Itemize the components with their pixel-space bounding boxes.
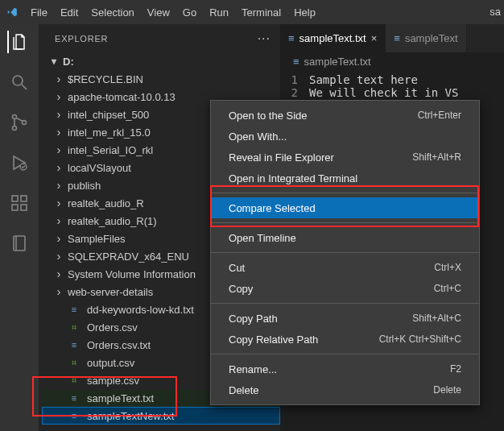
context-menu-separator: [211, 354, 479, 354]
line-number: 1: [280, 73, 309, 86]
svg-point-2: [13, 115, 17, 119]
tree-file[interactable]: ≡sampleTextNew.txt: [42, 407, 280, 425]
context-menu-item[interactable]: Rename...F2: [211, 358, 479, 379]
context-menu-item[interactable]: Copy PathShift+Alt+C: [211, 308, 479, 329]
context-menu-separator: [211, 303, 479, 304]
line-number: 2: [280, 86, 309, 99]
editor-tabs: ≡sampleText.txt×≡sampleText: [280, 24, 504, 52]
activity-bar: [0, 24, 39, 431]
menu-terminal[interactable]: Terminal: [235, 3, 287, 22]
source-control-icon[interactable]: [8, 111, 31, 134]
svg-point-4: [23, 121, 27, 125]
breadcrumb[interactable]: ≡ sampleText.txt: [280, 52, 504, 70]
context-menu-item[interactable]: CopyCtrl+C: [211, 278, 479, 299]
context-menu-separator: [211, 252, 479, 253]
search-icon[interactable]: [8, 71, 31, 93]
menubar: FileEditSelectionViewGoRunTerminalHelp: [0, 0, 504, 24]
svg-rect-9: [21, 196, 27, 201]
menu-view[interactable]: View: [141, 3, 176, 22]
notebook-icon[interactable]: [8, 232, 31, 255]
window-title-fragment: sa: [490, 6, 501, 18]
svg-rect-6: [12, 196, 18, 201]
context-menu-item[interactable]: DeleteDelete: [211, 379, 479, 400]
svg-rect-8: [21, 205, 27, 210]
context-menu-item[interactable]: Open to the SideCtrl+Enter: [211, 105, 479, 126]
context-menu-item[interactable]: Copy Relative PathCtrl+K Ctrl+Shift+C: [211, 329, 479, 350]
menu-edit[interactable]: Edit: [54, 3, 85, 22]
explorer-icon[interactable]: [7, 31, 30, 53]
svg-point-0: [13, 76, 23, 85]
svg-rect-7: [12, 205, 18, 210]
context-menu-item[interactable]: Compare Selected: [211, 197, 479, 218]
tree-root[interactable]: D:: [42, 52, 280, 70]
editor-tab[interactable]: ≡sampleText: [386, 24, 466, 52]
svg-rect-10: [14, 236, 25, 251]
context-menu: Open to the SideCtrl+EnterOpen With...Re…: [210, 100, 480, 405]
close-icon[interactable]: ×: [371, 32, 378, 44]
tree-folder[interactable]: $RECYCLE.BIN: [42, 70, 280, 88]
explorer-more-icon[interactable]: ···: [258, 31, 271, 46]
context-menu-separator: [211, 193, 479, 193]
file-icon: ≡: [293, 56, 300, 68]
svg-line-1: [22, 85, 27, 89]
context-menu-item[interactable]: Reveal in File ExplorerShift+Alt+R: [211, 147, 479, 168]
file-icon: ≡: [288, 32, 295, 44]
context-menu-item[interactable]: Open With...: [211, 126, 479, 147]
explorer-title: EXPLORER: [55, 34, 108, 44]
code-line[interactable]: Sample text here: [309, 73, 418, 86]
menu-run[interactable]: Run: [203, 3, 235, 22]
svg-point-3: [13, 126, 17, 131]
app-icon: [6, 6, 18, 18]
file-icon: ≡: [394, 32, 400, 44]
context-menu-item[interactable]: CutCtrl+X: [211, 257, 479, 278]
menu-file[interactable]: File: [24, 3, 54, 22]
context-menu-separator: [211, 222, 479, 223]
context-menu-item[interactable]: Open Timeline: [211, 227, 479, 248]
menu-go[interactable]: Go: [176, 3, 203, 22]
breadcrumb-label: sampleText.txt: [304, 56, 371, 68]
menu-help[interactable]: Help: [287, 3, 322, 22]
run-debug-icon[interactable]: [8, 151, 31, 174]
context-menu-item[interactable]: Open in Integrated Terminal: [211, 168, 479, 189]
extensions-icon[interactable]: [8, 192, 31, 214]
code-line[interactable]: We will check it in VS: [309, 86, 458, 99]
menu-selection[interactable]: Selection: [85, 3, 140, 22]
editor-tab[interactable]: ≡sampleText.txt×: [280, 24, 386, 52]
